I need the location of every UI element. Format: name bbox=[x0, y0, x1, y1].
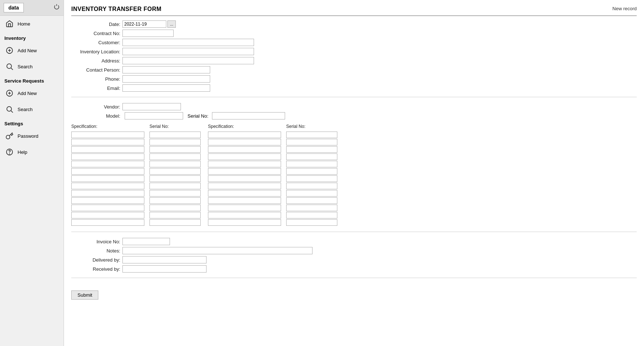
spec-left-9[interactable] bbox=[71, 197, 144, 204]
email-row: Email: bbox=[71, 84, 637, 92]
date-input[interactable] bbox=[122, 20, 166, 28]
sidebar-item-service-add-label: Add New bbox=[18, 91, 37, 96]
notes-input[interactable] bbox=[122, 247, 312, 254]
serial-right-10[interactable] bbox=[286, 205, 337, 211]
serial-left-11[interactable] bbox=[149, 212, 201, 218]
contract-no-input[interactable] bbox=[122, 30, 174, 37]
spec-right-4[interactable] bbox=[208, 161, 281, 167]
date-row: Date: ... bbox=[71, 20, 637, 28]
contract-no-label: Contract No: bbox=[71, 31, 122, 36]
serial-left-8[interactable] bbox=[149, 190, 201, 197]
vendor-input[interactable] bbox=[122, 103, 181, 110]
spec-right-12[interactable] bbox=[208, 219, 281, 226]
serial-left-0[interactable] bbox=[149, 132, 201, 138]
spec-right-5[interactable] bbox=[208, 168, 281, 175]
serial-left-5[interactable] bbox=[149, 168, 201, 175]
model-input[interactable] bbox=[125, 112, 183, 119]
serial-right-4[interactable] bbox=[286, 161, 337, 167]
svg-line-4 bbox=[11, 68, 13, 70]
received-by-input[interactable] bbox=[122, 265, 207, 273]
serial-left-12[interactable] bbox=[149, 219, 201, 226]
sidebar-item-inventory-search[interactable]: Search bbox=[0, 58, 64, 75]
spec-right-0[interactable] bbox=[208, 132, 281, 138]
serial-right-8[interactable] bbox=[286, 190, 337, 197]
model-serial-row: Model: Serial No: bbox=[71, 112, 637, 119]
phone-input[interactable] bbox=[122, 75, 210, 83]
serial-col-header-1: Serial No: bbox=[149, 124, 201, 129]
serial-left-3[interactable] bbox=[149, 153, 201, 160]
contract-row: Contract No: bbox=[71, 30, 637, 37]
sidebar-item-service-search[interactable]: Search bbox=[0, 101, 64, 117]
spec-right-7[interactable] bbox=[208, 183, 281, 189]
spec-right-9[interactable] bbox=[208, 197, 281, 204]
svg-point-8 bbox=[7, 107, 12, 111]
serial-right-6[interactable] bbox=[286, 175, 337, 182]
serial-left-1[interactable] bbox=[149, 139, 201, 145]
inventory-location-input[interactable] bbox=[122, 48, 254, 55]
spec-right-6[interactable] bbox=[208, 175, 281, 182]
serial-right-3[interactable] bbox=[286, 153, 337, 160]
spec-left-7[interactable] bbox=[71, 183, 144, 189]
serial-right-12[interactable] bbox=[286, 219, 337, 226]
spec-right-2[interactable] bbox=[208, 146, 281, 153]
serial-right-2[interactable] bbox=[286, 146, 337, 153]
spec-left-6[interactable] bbox=[71, 175, 144, 182]
sidebar-item-help[interactable]: Help bbox=[0, 144, 64, 160]
spec-right-8[interactable] bbox=[208, 190, 281, 197]
customer-row: Customer: bbox=[71, 39, 637, 46]
serial-right-5[interactable] bbox=[286, 168, 337, 175]
serial-left-7[interactable] bbox=[149, 183, 201, 189]
serial-left-4[interactable] bbox=[149, 161, 201, 167]
email-input[interactable] bbox=[122, 84, 210, 92]
serial-right-1[interactable] bbox=[286, 139, 337, 145]
spec-left-4[interactable] bbox=[71, 161, 144, 167]
spec-left-5[interactable] bbox=[71, 168, 144, 175]
spec-left-10[interactable] bbox=[71, 205, 144, 211]
serial-col-header-2: Serial No: bbox=[286, 124, 337, 129]
invoice-no-input[interactable] bbox=[122, 238, 170, 245]
contact-person-input[interactable] bbox=[122, 66, 210, 73]
spec-left-1[interactable] bbox=[71, 139, 144, 145]
contact-person-label: Contact Person: bbox=[71, 67, 122, 73]
serial-left-10[interactable] bbox=[149, 205, 201, 211]
spec-left-11[interactable] bbox=[71, 212, 144, 218]
delivered-by-input[interactable] bbox=[122, 256, 207, 263]
spec-left-8[interactable] bbox=[71, 190, 144, 197]
serial-right-9[interactable] bbox=[286, 197, 337, 204]
form-header: INVENTORY TRANSFER FORM New record bbox=[71, 6, 637, 16]
sidebar-item-home[interactable]: Home bbox=[0, 16, 64, 32]
serial-right-0[interactable] bbox=[286, 132, 337, 138]
delivered-row: Delivered by: bbox=[71, 256, 637, 263]
spec-right-1[interactable] bbox=[208, 139, 281, 145]
serial-left-9[interactable] bbox=[149, 197, 201, 204]
serial-right-7[interactable] bbox=[286, 183, 337, 189]
help-icon bbox=[4, 147, 15, 157]
serial-left-6[interactable] bbox=[149, 175, 201, 182]
spec-left-3[interactable] bbox=[71, 153, 144, 160]
spec-rows-right bbox=[208, 132, 337, 226]
serial-left-2[interactable] bbox=[149, 146, 201, 153]
address-input[interactable] bbox=[122, 57, 254, 64]
sidebar-item-inventory-add[interactable]: Add New bbox=[0, 42, 64, 58]
spec-serial-section: Specification: Serial No: Specification:… bbox=[71, 124, 637, 227]
inventory-search-icon bbox=[4, 61, 15, 72]
service-add-icon bbox=[4, 88, 15, 98]
svg-point-3 bbox=[7, 64, 12, 69]
sidebar-item-password[interactable]: Password bbox=[0, 128, 64, 144]
sidebar-item-service-add[interactable]: Add New bbox=[0, 85, 64, 101]
submit-button[interactable]: Submit bbox=[71, 290, 98, 300]
customer-input[interactable] bbox=[122, 39, 254, 46]
serial-no-top-input[interactable] bbox=[212, 112, 285, 119]
spec-right-10[interactable] bbox=[208, 205, 281, 211]
spec-left-12[interactable] bbox=[71, 219, 144, 226]
spec-group-left: Specification: Serial No: bbox=[71, 124, 201, 227]
spec-left-0[interactable] bbox=[71, 132, 144, 138]
sidebar-item-home-label: Home bbox=[18, 21, 30, 27]
email-label: Email: bbox=[71, 85, 122, 91]
spec-right-11[interactable] bbox=[208, 212, 281, 218]
date-picker-button[interactable]: ... bbox=[167, 20, 176, 28]
serial-right-11[interactable] bbox=[286, 212, 337, 218]
power-icon[interactable] bbox=[53, 4, 60, 12]
spec-left-2[interactable] bbox=[71, 146, 144, 153]
spec-right-3[interactable] bbox=[208, 153, 281, 160]
